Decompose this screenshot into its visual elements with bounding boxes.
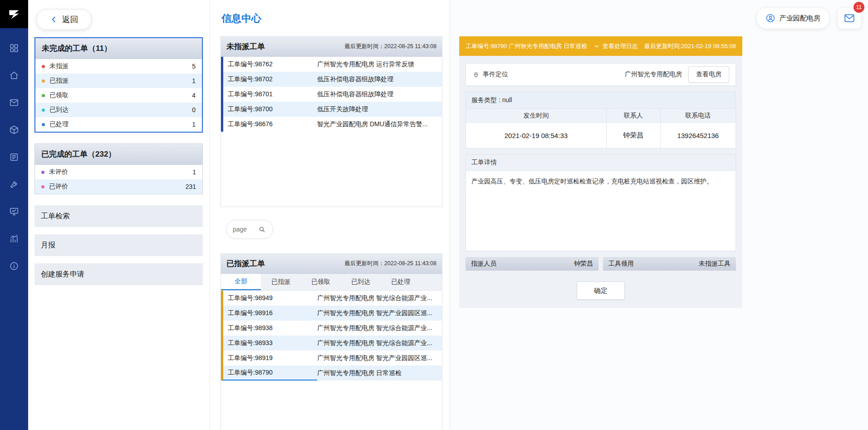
stat-count: 1 [192,121,196,128]
stat-row-claimed[interactable]: 已领取 4 [35,88,202,103]
apps-icon[interactable] [0,35,28,62]
unfinished-orders-title: 未完成的工单（11） [35,38,202,59]
order-row[interactable]: 工单编号:98700 低压开关故障处理 [221,102,442,117]
link-label: 创建服务申请 [41,270,84,279]
tab-assigned[interactable]: 已指派 [261,274,301,290]
assigned-updated-time: 最后更新时间：2022-08-25 11:43:08 [344,260,436,267]
order-row[interactable]: 工单编号:98938 广州智光专用配电房 智光综合能源产业... [221,321,442,336]
stat-row-arrived[interactable]: 已到达 0 [35,103,202,117]
stat-row-unassigned[interactable]: 未指派 5 [35,59,202,74]
wrench-icon[interactable] [0,171,28,198]
status-dot [42,65,45,68]
stat-row-rated[interactable]: 已评价 231 [35,179,202,194]
search-icon[interactable] [258,226,266,233]
page-search[interactable] [226,220,273,239]
stat-label: 已领取 [49,91,69,99]
status-dot [41,171,44,174]
confirm-button[interactable]: 确定 [577,282,625,300]
top-right-controls: 产业园配电房 11 [756,7,862,29]
order-row[interactable]: 工单编号:98676 智光产业园配电房 DMU通信异常告警... [221,117,442,132]
stat-label: 已指派 [49,77,69,85]
unassigned-panel-header: 未指派工单 最后更新时间：2022-08-25 11:43:08 [221,37,442,57]
stat-row-handled[interactable]: 已处理 1 [35,117,202,132]
order-search-link[interactable]: 工单检索 [34,205,203,227]
link-label: 工单检索 [41,212,70,221]
order-number: 工单编号:98916 [221,306,317,321]
order-description: 广州智光专用配电房 日常巡检 [317,369,442,377]
occurrence-time: 2021-02-19 08:54:33 [466,123,606,148]
order-row[interactable]: 工单编号:98916 广州智光专用配电房 智光产业园园区巡... [221,306,442,321]
app-logo[interactable] [0,0,28,28]
order-row[interactable]: 工单编号:98702 低压补偿电容器组故障处理 [221,72,442,87]
order-number: 工单编号:98938 [221,321,317,336]
finished-orders-title: 已完成的工单（232） [35,144,202,165]
back-button[interactable]: 返回 [36,9,92,30]
create-service-request-link[interactable]: 创建服务申请 [34,263,203,285]
tab-arrived[interactable]: 已到达 [341,274,381,290]
order-description: 低压补偿电容器组故障处理 [317,90,442,99]
stat-row-unrated[interactable]: 未评价 1 [35,165,202,179]
tools-label: 工具领用 [608,260,634,268]
stat-label: 已评价 [49,183,68,191]
bar-chart-icon[interactable] [0,225,28,252]
order-row[interactable]: 工单编号:98933 广州智光专用配电房 智光综合能源产业... [221,336,442,351]
order-row-selected[interactable]: 工单编号:98790 广州智光专用配电房 日常巡检 [221,366,442,381]
order-description: 智光产业园配电房 DMU通信异常告警... [317,120,442,129]
home-icon[interactable] [0,62,28,89]
assigned-status-tabs: 全部 已指派 已领取 已到达 已处理 [221,274,442,291]
order-row[interactable]: 工单编号:98762 广州智光专用配电房 运行异常反馈 [221,57,442,72]
assignee-bar: 指派人员 钟荣昌 [466,257,598,271]
order-description: 低压补偿电容器组故障处理 [317,75,442,84]
info-icon[interactable] [0,252,28,280]
order-details-title: 工单详情 [466,155,736,171]
account-button[interactable]: 产业园配电房 [756,7,830,29]
event-location-card: 事件定位 广州智光专用配电房 查看电房 [466,63,736,86]
tab-claimed[interactable]: 已领取 [301,274,341,290]
status-dot [42,109,45,112]
stat-count: 4 [192,92,196,99]
page-search-input[interactable] [233,226,256,233]
user-icon [765,13,775,23]
order-detail-header: 工单编号:98790 广州智光专用配电房 日常巡检 查看处理日志 最后更新时间:… [459,36,742,56]
view-process-log-link[interactable]: 查看处理日志 [593,42,638,50]
news-icon[interactable] [0,143,28,171]
stat-count: 0 [192,106,196,114]
order-description: 广州智光专用配电房 智光综合能源产业... [317,339,442,347]
chevron-down-icon [593,43,600,49]
assignee-label: 指派人员 [471,260,496,268]
monthly-report-link[interactable]: 月报 [34,234,203,256]
event-location-value: 广州智光专用配电房 [625,70,682,79]
event-location-label-group: 事件定位 [472,70,508,79]
contact-table: 发生时间 联系人 联系电话 2021-02-19 08:54:33 钟荣昌 13… [466,109,736,148]
unfinished-orders-box: 未完成的工单（11） 未指派 5 已指派 1 已领取 4 [34,37,203,133]
tab-all[interactable]: 全部 [221,274,261,290]
order-row[interactable]: 工单编号:98701 低压补偿电容器组故障处理 [221,87,442,102]
order-number: 工单编号:98762 [221,57,317,72]
contact-phone: 13926452136 [660,123,736,148]
event-location-label: 事件定位 [483,70,508,79]
order-row[interactable]: 工单编号:98919 广州智光专用配电房 智光产业园园区巡... [221,351,442,366]
account-label: 产业园配电房 [780,14,820,23]
order-number: 工单编号:98700 [221,102,317,117]
back-label: 返回 [62,14,78,25]
stat-count: 1 [192,168,196,176]
contact-name: 钟荣昌 [606,123,660,148]
view-room-button[interactable]: 查看电房 [688,66,729,83]
order-description: 广州智光专用配电房 运行异常反馈 [317,60,442,69]
tab-handled[interactable]: 已处理 [381,274,421,290]
messages-button[interactable]: 11 [837,7,862,29]
order-row[interactable]: 工单编号:98949 广州智光专用配电房 智光综合能源产业... [221,291,442,306]
unassigned-orders-panel: 未指派工单 最后更新时间：2022-08-25 11:43:08 工单编号:98… [221,36,442,207]
stat-row-assigned[interactable]: 已指派 1 [35,74,202,88]
order-number: 工单编号:98919 [221,351,317,366]
location-pin-icon [472,71,480,78]
stat-label: 未指派 [49,62,69,70]
package-icon[interactable] [0,116,28,143]
monitor-icon[interactable] [0,198,28,225]
stat-count: 1 [192,77,196,84]
mail-icon[interactable] [0,89,28,116]
stat-count: 5 [192,63,196,70]
unassigned-updated-time: 最后更新时间：2022-08-25 11:43:08 [344,43,436,50]
detail-order-title: 工单编号:98790 广州智光专用配电房 日常巡检 [466,42,587,50]
assignee-value: 钟荣昌 [574,260,593,268]
